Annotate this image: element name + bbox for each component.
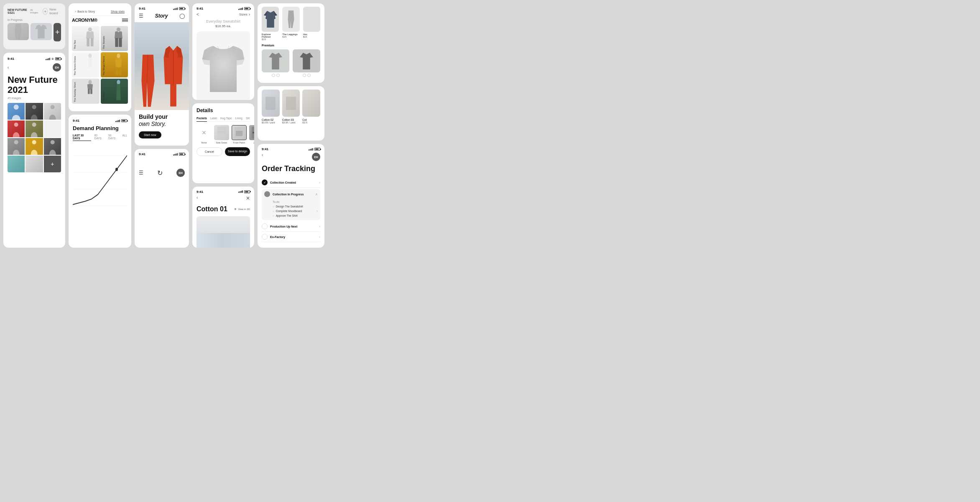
details-tabs: Pockets Label Hug Tape Lining Slit [197, 117, 250, 122]
pocket-none[interactable]: ✕ None [197, 125, 212, 144]
signal-icon-c [238, 190, 243, 193]
tab-all[interactable]: ALL [122, 134, 127, 141]
photo-8[interactable] [26, 138, 43, 155]
pocket-zipper[interactable]: Zipper [249, 125, 254, 144]
photo-5[interactable] [26, 120, 43, 137]
story-menu-icon[interactable]: ☰ [139, 13, 143, 19]
story-user-icon[interactable]: ◯ [179, 13, 185, 19]
tab-60d[interactable]: 60 DAYS [94, 134, 105, 141]
radio-1a[interactable] [272, 74, 275, 77]
sw-back-icon[interactable]: < [197, 12, 199, 17]
tab-90d[interactable]: 90 DAYS [108, 134, 119, 141]
board-item-ss21[interactable]: NEW FUTURE SS21 45 images [8, 8, 38, 14]
track-label-exfactory: Ex-Factory [270, 236, 316, 238]
sw-sizes-icon[interactable]: › [249, 12, 250, 17]
radio-2b[interactable] [307, 74, 311, 77]
todo-chevron[interactable]: › [316, 209, 318, 213]
phone-new-future: 9:41 ⊗ ‹ EH New Future 2021 45 images [3, 53, 65, 248]
story2-sync-icon[interactable]: ↻ [157, 169, 163, 177]
cotton-03[interactable]: Cotton 03 $3.95 / yard [282, 90, 300, 124]
photo-1[interactable] [8, 103, 25, 120]
track-check-production [262, 223, 268, 229]
svg-rect-29 [217, 127, 226, 138]
menu-icon[interactable] [122, 18, 128, 22]
tab-30d[interactable]: LAST 30 DAYS [73, 134, 91, 141]
tab-label[interactable]: Label [210, 117, 217, 120]
track-text-exfactory: Ex-Factory [270, 236, 316, 238]
start-now-button[interactable]: Start now [139, 131, 161, 138]
track-todo-label: To-do [273, 199, 318, 204]
shop-product-hoc[interactable]: Hoc $15 [303, 7, 320, 41]
shop-stats-link[interactable]: Shop stats [111, 10, 125, 13]
board-thumb-leggings[interactable] [8, 23, 29, 40]
board-thumb-tshirt[interactable] [31, 23, 52, 40]
board-thumb-add[interactable]: + [54, 23, 61, 41]
back-icon[interactable]: ‹ [8, 65, 9, 70]
premium-product-1[interactable] [262, 49, 289, 78]
back-to-story[interactable]: ‹ Back to Story [75, 10, 95, 13]
photo-4[interactable] [8, 120, 25, 137]
tab-pockets[interactable]: Pockets [197, 117, 207, 122]
cotton-status: 9:41 [197, 190, 250, 194]
svg-point-7 [50, 140, 54, 144]
cat-tennis[interactable]: The Tennis Dress [72, 52, 100, 77]
cat-sunday[interactable]: The Sunday Short [72, 79, 100, 104]
svg-point-0 [14, 105, 19, 110]
tab-hugtape[interactable]: Hug Tape [220, 117, 232, 120]
track-todo-list: ○ Design The Sweatshirt ○ Complete Moodb… [273, 204, 303, 218]
svg-point-2 [50, 105, 54, 109]
board-thumbnails: + [8, 23, 61, 41]
cotton-02[interactable]: Cotton 02 $3.95 / yard [262, 90, 280, 124]
story-headline: Build yourown Story. [139, 113, 185, 128]
radio-2a[interactable] [303, 74, 306, 77]
photo-7[interactable] [8, 138, 25, 155]
tab-slit[interactable]: Slit [246, 117, 250, 120]
svg-rect-20 [90, 89, 92, 94]
cotton-cot[interactable]: Cot $3.5 [302, 90, 320, 124]
cat-tee[interactable]: The Tee [72, 26, 100, 51]
cotton-close-icon[interactable]: ✕ [246, 195, 250, 201]
avatar[interactable]: EH [53, 63, 61, 72]
photo-3[interactable] [44, 103, 61, 120]
tab-lining[interactable]: Lining [235, 117, 242, 120]
view-3d-button[interactable]: 👁 View in 3D [234, 208, 250, 210]
svg-point-15 [117, 54, 120, 58]
new-board-button[interactable]: + New board [43, 8, 61, 15]
cat-maxi[interactable]: The Maxi [101, 79, 128, 104]
pocket-side-seam[interactable]: Side Seam [214, 125, 229, 144]
pocket-front-patch[interactable]: Front Patch [232, 125, 247, 144]
svg-rect-32 [236, 131, 242, 136]
order-avatar[interactable]: EH [312, 153, 320, 161]
cat-fleece[interactable]: The Mega Fleece [101, 52, 128, 77]
radio-1b[interactable] [276, 74, 280, 77]
photo-6[interactable] [44, 120, 61, 137]
cotton-03-price: $3.95 / yard [282, 121, 300, 124]
photo-9[interactable] [44, 138, 61, 155]
cat-sweats[interactable]: The Sweats [101, 26, 128, 51]
pocket-zipper-label: Zipper [253, 141, 254, 144]
svg-point-14 [88, 54, 92, 58]
photo-10[interactable] [8, 156, 25, 172]
cotton-02-price: $3.95 / yard [262, 121, 280, 124]
order-back-icon[interactable]: ‹ [262, 153, 263, 161]
shop-product-pullover[interactable]: Explorer Pullover $15 [262, 7, 279, 41]
photo-add[interactable]: + [44, 156, 61, 172]
track-production: Production Up Next › [262, 221, 320, 232]
track-text-progress: Collection In Progress [273, 193, 313, 196]
story2-avatar[interactable]: EH [176, 169, 185, 177]
save-to-design-button[interactable]: Save to design [225, 147, 250, 156]
shop-product-leggings[interactable]: The Leggings $15 [282, 7, 299, 41]
story2-time: 9:41 [139, 152, 145, 156]
cancel-button[interactable]: Cancel [197, 147, 222, 156]
in-progress-label: In Progress [8, 18, 61, 21]
premium-label: Premium [262, 44, 320, 47]
photo-11[interactable] [26, 156, 43, 172]
track-sub-label-1: Design The Sweatshirt [276, 205, 303, 208]
cotton-back-icon[interactable]: ‹ [197, 195, 198, 201]
premium-product-2[interactable] [293, 49, 320, 78]
photo-2[interactable] [26, 103, 43, 120]
story2-status: 9:41 [139, 152, 185, 156]
new-board-label: New board [49, 8, 61, 15]
story2-menu-icon[interactable]: ☰ [139, 170, 143, 176]
signal-icon-o [309, 148, 313, 151]
